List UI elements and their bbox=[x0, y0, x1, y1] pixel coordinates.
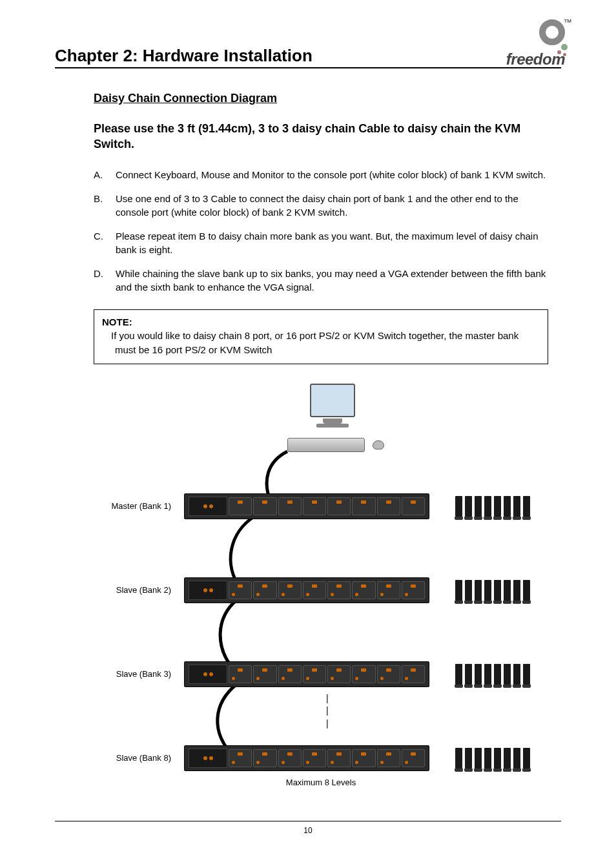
list-text: Please repeat item B to daisy chain more… bbox=[116, 229, 548, 256]
list-item: C. Please repeat item B to daisy chain m… bbox=[94, 229, 548, 256]
bank-row-slave: Slave (Bank 2) bbox=[94, 577, 548, 603]
list-marker: B. bbox=[94, 192, 116, 219]
daisy-chain-diagram: Master (Bank 1) Slave (Bank 2) Slave (Ba… bbox=[94, 384, 548, 797]
list-marker: A. bbox=[94, 168, 116, 181]
note-box: NOTE: If you would like to daisy chain 8… bbox=[94, 309, 548, 364]
chapter-title: Chapter 2: Hardware Installation bbox=[55, 46, 313, 68]
server-group-icon bbox=[455, 748, 530, 769]
bank-row-slave: Slave (Bank 3) bbox=[94, 661, 548, 687]
kvm-switch-icon bbox=[184, 493, 429, 519]
diagram-caption: Maximum 8 Levels bbox=[94, 778, 548, 787]
bank-row-master: Master (Bank 1) bbox=[94, 493, 548, 519]
footer-divider bbox=[55, 821, 561, 821]
note-label: NOTE: bbox=[102, 315, 540, 329]
list-text: Connect Keyboard, Mouse and Monitor to t… bbox=[116, 168, 548, 181]
logo-trademark: TM bbox=[564, 18, 571, 24]
logo-circle-icon bbox=[539, 19, 565, 45]
kvm-switch-icon bbox=[184, 661, 429, 687]
kvm-switch-icon bbox=[184, 577, 429, 603]
page-header: Chapter 2: Hardware Installation TM free… bbox=[55, 32, 561, 68]
bank-label: Slave (Bank 2) bbox=[94, 585, 184, 595]
logo-dot-icon bbox=[557, 50, 561, 54]
list-item: D. While chaining the slave bank up to s… bbox=[94, 267, 548, 294]
list-marker: D. bbox=[94, 267, 116, 294]
bank-label: Master (Bank 1) bbox=[94, 501, 184, 511]
page-number: 10 bbox=[0, 826, 616, 835]
note-body: If you would like to daisy chain 8 port,… bbox=[106, 329, 540, 357]
section-heading: Daisy Chain Connection Diagram bbox=[94, 92, 548, 105]
list-text: Use one end of 3 to 3 Cable to connect t… bbox=[116, 192, 548, 219]
bank-row-slave: Slave (Bank 8) bbox=[94, 745, 548, 771]
bank-label: Slave (Bank 3) bbox=[94, 669, 184, 679]
brand-logo: TM freedom bbox=[475, 19, 565, 68]
logo-dot-icon bbox=[561, 44, 568, 50]
list-text: While chaining the slave bank up to six … bbox=[116, 267, 548, 294]
server-group-icon bbox=[455, 496, 530, 517]
intro-text: Please use the 3 ft (91.44cm), 3 to 3 da… bbox=[94, 121, 548, 152]
list-item: B. Use one end of 3 to 3 Cable to connec… bbox=[94, 192, 548, 219]
server-group-icon bbox=[455, 664, 530, 685]
logo-text: freedom bbox=[506, 50, 565, 68]
kvm-switch-icon bbox=[184, 745, 429, 771]
logo-dot-icon bbox=[563, 53, 566, 56]
list-item: A. Connect Keyboard, Mouse and Monitor t… bbox=[94, 168, 548, 181]
content-area: Daisy Chain Connection Diagram Please us… bbox=[55, 92, 561, 797]
bank-label: Slave (Bank 8) bbox=[94, 753, 184, 763]
server-group-icon bbox=[455, 580, 530, 601]
list-marker: C. bbox=[94, 229, 116, 256]
instruction-list: A. Connect Keyboard, Mouse and Monitor t… bbox=[94, 168, 548, 294]
ellipsis-vertical-icon: | | | bbox=[326, 692, 329, 730]
